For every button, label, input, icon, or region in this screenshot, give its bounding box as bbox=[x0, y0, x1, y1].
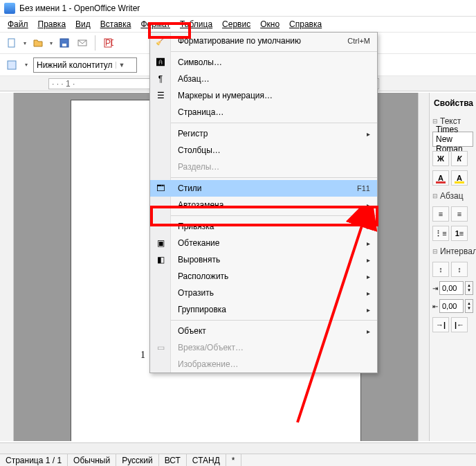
ruler-left: · · · 1 · bbox=[52, 79, 75, 89]
svg-rect-2 bbox=[62, 44, 66, 46]
status-modified[interactable]: * bbox=[226, 454, 241, 466]
save-icon[interactable] bbox=[57, 35, 72, 51]
menu-item-bullets[interactable]: ☰ Маркеры и нумерация… bbox=[150, 87, 377, 104]
menu-view[interactable]: Вид bbox=[71, 18, 95, 30]
menu-tools[interactable]: Сервис bbox=[217, 18, 255, 30]
decrease-indent-button[interactable]: |← bbox=[451, 317, 468, 332]
spin-arrows[interactable]: ▲▼ bbox=[465, 281, 473, 295]
status-style[interactable]: Обычный bbox=[68, 454, 116, 466]
indent-after-value[interactable]: 0,00 bbox=[439, 299, 464, 313]
character-icon: 🅰 bbox=[154, 56, 167, 69]
menu-item-align[interactable]: ◧ Выровнять▸ bbox=[150, 251, 377, 268]
menu-file[interactable]: Файл bbox=[3, 18, 33, 30]
highlight-color-button[interactable]: A bbox=[451, 170, 468, 186]
menu-item-image: Изображение… bbox=[150, 356, 377, 373]
title-bar: Без имени 1 - OpenOffice Writer bbox=[0, 0, 476, 17]
page-number-field: 1 bbox=[140, 350, 145, 360]
indent-icon: ⇥ bbox=[432, 285, 438, 292]
submenu-arrow-icon: ▸ bbox=[367, 328, 370, 335]
open-icon[interactable] bbox=[30, 35, 46, 51]
italic-button[interactable]: К bbox=[451, 151, 468, 166]
status-selection-mode[interactable]: СТАНД bbox=[187, 454, 226, 466]
svg-rect-0 bbox=[8, 39, 15, 47]
styles-window-icon[interactable] bbox=[4, 57, 19, 73]
menu-item-page[interactable]: Страница… bbox=[150, 104, 377, 120]
svg-rect-6 bbox=[8, 61, 16, 69]
status-bar: Страница 1 / 1 Обычный Русский ВСТ СТАНД… bbox=[0, 454, 476, 466]
svg-text:PDF: PDF bbox=[105, 38, 113, 48]
menu-item-wrap[interactable]: ▣ Обтекание▸ bbox=[150, 235, 377, 251]
paragraph-icon: ¶ bbox=[154, 73, 167, 85]
sidebar-properties: Свойства Текст Times New Roman Ж К A A А… bbox=[429, 93, 476, 441]
menu-edit[interactable]: Правка bbox=[33, 18, 71, 30]
menu-item-group[interactable]: Группировка▸ bbox=[150, 301, 377, 318]
align-center-button[interactable]: ≡ bbox=[451, 206, 468, 222]
window-title: Без имени 1 - OpenOffice Writer bbox=[19, 3, 140, 13]
font-color-button[interactable]: A bbox=[432, 170, 449, 186]
submenu-arrow-icon: ▸ bbox=[367, 289, 370, 297]
increase-spacing-button[interactable]: ↕ bbox=[432, 262, 449, 277]
new-doc-dropdown[interactable] bbox=[22, 40, 28, 46]
status-insert-mode[interactable]: ВСТ bbox=[159, 454, 187, 466]
menu-window[interactable]: Окно bbox=[255, 18, 284, 30]
styles-icon: 🗔 bbox=[154, 182, 167, 195]
menu-item-object[interactable]: Объект▸ bbox=[150, 323, 377, 339]
vertical-scrollbar[interactable] bbox=[418, 93, 429, 441]
open-dropdown[interactable] bbox=[48, 40, 54, 46]
sidebar-title: Свойства bbox=[432, 96, 473, 111]
shortcut-text: Ctrl+M bbox=[347, 37, 370, 45]
increase-indent-button[interactable]: →| bbox=[432, 317, 449, 332]
menu-item-sections: Разделы… bbox=[150, 159, 377, 175]
indent-after-spin[interactable]: ⇤ 0,00 ▲▼ bbox=[432, 299, 473, 313]
font-name-combo[interactable]: Times New Roman bbox=[432, 132, 473, 147]
menu-item-paragraph[interactable]: ¶ Абзац… bbox=[150, 71, 377, 87]
app-logo-icon bbox=[4, 3, 15, 14]
align-icon: ◧ bbox=[154, 253, 167, 266]
menu-item-anchor[interactable]: Привязка▸ bbox=[150, 218, 377, 235]
indent-before-value[interactable]: 0,00 bbox=[439, 281, 464, 295]
horizontal-scrollbar[interactable] bbox=[0, 442, 476, 454]
annotation-highlight-format bbox=[148, 22, 191, 39]
sidebar-section-spacing[interactable]: Интервал bbox=[432, 245, 473, 258]
submenu-arrow-icon: ▸ bbox=[367, 306, 370, 314]
submenu-arrow-icon: ▸ bbox=[367, 256, 370, 264]
menu-item-autocorrect[interactable]: Автозамена▸ bbox=[150, 197, 377, 213]
align-left-button[interactable]: ≡ bbox=[432, 206, 449, 222]
status-page[interactable]: Страница 1 / 1 bbox=[0, 454, 68, 466]
indent-icon: ⇤ bbox=[432, 303, 438, 310]
indent-before-spin[interactable]: ⇥ 0,00 ▲▼ bbox=[432, 281, 473, 295]
bullet-list-button[interactable]: ⋮≡ bbox=[432, 226, 449, 241]
decrease-spacing-button[interactable]: ↕ bbox=[451, 262, 468, 277]
menu-item-character[interactable]: 🅰 Символы… bbox=[150, 54, 377, 71]
submenu-arrow-icon: ▸ bbox=[367, 201, 370, 209]
vertical-ruler[interactable] bbox=[0, 93, 14, 441]
chevron-down-icon: ▼ bbox=[116, 62, 125, 69]
frame-icon: ▭ bbox=[154, 341, 167, 354]
menu-item-case[interactable]: Регистр▸ bbox=[150, 125, 377, 142]
wrap-icon: ▣ bbox=[154, 237, 167, 249]
paragraph-style-combo[interactable]: Нижний колонтитул ▼ bbox=[33, 57, 137, 73]
spin-arrows[interactable]: ▲▼ bbox=[465, 299, 473, 313]
paragraph-style-value: Нижний колонтитул bbox=[37, 60, 113, 70]
menu-help[interactable]: Справка bbox=[284, 18, 327, 30]
new-doc-icon[interactable] bbox=[4, 35, 19, 51]
number-list-button[interactable]: 1≡ bbox=[451, 226, 468, 241]
submenu-arrow-icon: ▸ bbox=[367, 223, 370, 231]
menu-item-frame: ▭ Врезка/Объект… bbox=[150, 339, 377, 356]
submenu-arrow-icon: ▸ bbox=[367, 273, 370, 280]
menu-item-columns[interactable]: Столбцы… bbox=[150, 142, 377, 159]
submenu-arrow-icon: ▸ bbox=[367, 240, 370, 247]
styles-dropdown[interactable] bbox=[24, 62, 29, 68]
submenu-arrow-icon: ▸ bbox=[367, 130, 370, 138]
menu-item-styles[interactable]: 🗔 Стили F11 bbox=[150, 180, 377, 197]
pdf-export-icon[interactable]: PDF bbox=[100, 35, 116, 51]
menu-item-arrange[interactable]: Расположить▸ bbox=[150, 268, 377, 285]
menu-insert[interactable]: Вставка bbox=[95, 18, 136, 30]
status-language[interactable]: Русский bbox=[116, 454, 159, 466]
menu-item-flip[interactable]: Отразить▸ bbox=[150, 285, 377, 301]
bold-button[interactable]: Ж bbox=[432, 151, 449, 166]
shortcut-text: F11 bbox=[357, 184, 370, 192]
sidebar-section-paragraph[interactable]: Абзац bbox=[432, 190, 473, 202]
email-icon[interactable] bbox=[75, 35, 90, 51]
format-menu-dropdown: 🧹 Форматирование по умолчанию Ctrl+M 🅰 С… bbox=[149, 32, 378, 373]
